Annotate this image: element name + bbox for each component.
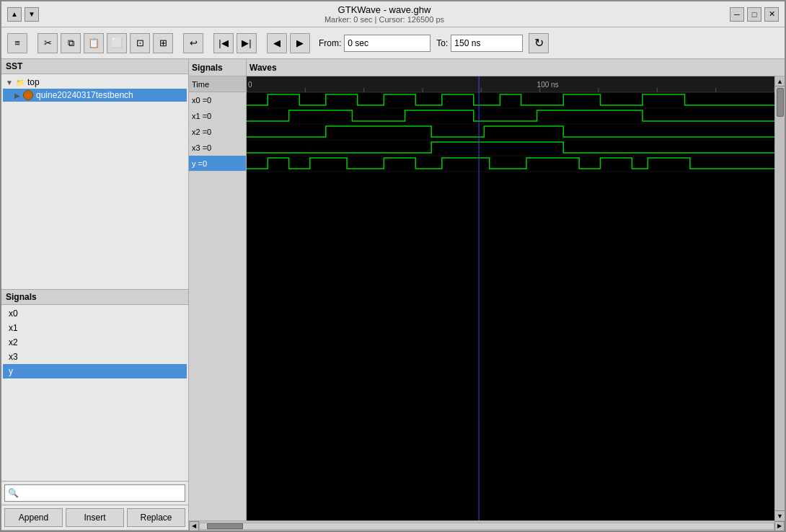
titlebar-left-controls: ▲ ▼ (7, 7, 39, 22)
zoom-region-btn[interactable]: ⊞ (153, 33, 173, 53)
paste-btn[interactable]: 📋 (84, 33, 104, 53)
prev-btn[interactable]: ◀ (267, 33, 287, 53)
waves-header: Signals Waves (189, 59, 785, 76)
search-input[interactable] (4, 484, 185, 502)
wave-signals-col: Time x0 =0 x1 =0 x2 =0 x3 =0 y =0 (189, 76, 247, 520)
wave-row-x0: x0 =0 (189, 92, 246, 108)
testbench-icon (23, 90, 33, 100)
to-input[interactable] (451, 35, 523, 52)
marker-info: Marker: 0 sec | Cursor: 126500 ps (39, 15, 730, 24)
scroll-thumb-h[interactable] (207, 523, 243, 529)
main-window: ▲ ▼ GTKWave - wave.ghw Marker: 0 sec | C… (0, 0, 786, 532)
signal-item-y[interactable]: y (3, 364, 187, 378)
sst-tree[interactable]: ▼ 📁 top ▶ quine20240317testbench (1, 74, 188, 287)
goto-end-btn[interactable]: ▶| (237, 33, 257, 53)
search-icon: 🔍 (8, 488, 19, 498)
app-title: GTKWave - wave.ghw (39, 4, 730, 15)
signal-item-x0[interactable]: x0 (3, 306, 187, 321)
select-all-btn[interactable]: ⬜ (107, 33, 127, 53)
insert-button[interactable]: Insert (66, 508, 124, 527)
next-btn[interactable]: ▶ (290, 33, 310, 53)
signal-item-x3[interactable]: x3 (3, 350, 187, 364)
signals-col-label: Signals (192, 63, 223, 73)
minimize-button[interactable]: ─ (730, 7, 744, 22)
tree-item-top-label: top (27, 77, 40, 87)
wave-canvas-area[interactable] (247, 76, 774, 520)
signal-item-x1[interactable]: x1 (3, 321, 187, 335)
wave-time-label: Time (189, 76, 246, 92)
signals-label: Signals (6, 292, 37, 302)
undo-btn[interactable]: ↩ (183, 33, 203, 53)
waves-signals-col-header: Signals (189, 59, 247, 76)
search-area: 🔍 (1, 481, 188, 505)
scroll-right-btn[interactable]: ▶ (774, 521, 785, 531)
titlebar-right-controls: ─ □ ✕ (730, 7, 779, 22)
expand-icon-2: ▶ (14, 92, 20, 99)
scroll-thumb-v[interactable] (777, 88, 784, 117)
horizontal-scrollbar[interactable]: ◀ ▶ (189, 520, 785, 531)
wave-main-row: Time x0 =0 x1 =0 x2 =0 x3 =0 y =0 ▲ (189, 76, 785, 520)
main-area: SST ▼ 📁 top ▶ quine20240317testbench (1, 59, 785, 531)
wave-row-y: y =0 (189, 156, 246, 172)
menu-btn[interactable]: ≡ (7, 33, 27, 53)
cut-btn[interactable]: ✂ (37, 33, 58, 53)
tree-item-top[interactable]: ▼ 📁 top (3, 76, 187, 89)
signals-header: Signals (1, 290, 188, 305)
waves-col-label: Waves (250, 63, 277, 73)
from-label: From: (319, 38, 341, 48)
wave-row-x3: x3 =0 (189, 140, 246, 156)
wave-row-x2: x2 =0 (189, 124, 246, 140)
maximize-button[interactable]: □ (747, 7, 761, 22)
to-label: To: (436, 38, 448, 48)
signal-item-x2[interactable]: x2 (3, 335, 187, 350)
wave-canvas[interactable] (247, 76, 774, 520)
goto-start-btn[interactable]: |◀ (213, 33, 234, 53)
close-button[interactable]: ✕ (764, 7, 779, 22)
scroll-track-h[interactable] (199, 523, 774, 530)
expand-icon: ▼ (6, 79, 13, 87)
sst-header: SST (1, 59, 188, 74)
titlebar: ▲ ▼ GTKWave - wave.ghw Marker: 0 sec | C… (1, 1, 785, 27)
action-buttons: Append Insert Replace (1, 505, 188, 530)
sst-label: SST (6, 61, 22, 71)
titlebar-down-btn[interactable]: ▼ (25, 7, 39, 22)
replace-button[interactable]: Replace (127, 508, 185, 527)
titlebar-up-btn[interactable]: ▲ (7, 7, 22, 22)
scroll-left-btn[interactable]: ◀ (189, 521, 199, 531)
zoom-fit-btn[interactable]: ⊡ (130, 33, 150, 53)
tree-item-testbench[interactable]: ▶ quine20240317testbench (3, 89, 187, 102)
wave-and-scroll: Time x0 =0 x1 =0 x2 =0 x3 =0 y =0 ▲ (189, 76, 785, 531)
toolbar: ≡ ✂ ⧉ 📋 ⬜ ⊡ ⊞ ↩ |◀ ▶| ◀ ▶ From: To: ↻ (1, 27, 785, 59)
titlebar-title: GTKWave - wave.ghw Marker: 0 sec | Curso… (39, 4, 730, 24)
left-panel: SST ▼ 📁 top ▶ quine20240317testbench (1, 59, 189, 531)
waves-label: Waves (247, 59, 785, 76)
append-button[interactable]: Append (4, 508, 63, 527)
scroll-down-btn[interactable]: ▼ (775, 510, 785, 520)
sst-panel: SST ▼ 📁 top ▶ quine20240317testbench (1, 59, 188, 290)
folder-icon: 📁 (16, 79, 25, 87)
copy-btn[interactable]: ⧉ (61, 33, 81, 53)
vertical-scrollbar[interactable]: ▲ ▼ (774, 76, 785, 520)
signals-list[interactable]: x0 x1 x2 x3 y (1, 305, 188, 481)
signals-panel: Signals x0 x1 x2 x3 y 🔍 Append (1, 290, 188, 531)
from-input[interactable] (344, 35, 430, 52)
wave-row-x1: x1 =0 (189, 108, 246, 124)
reload-btn[interactable]: ↻ (529, 33, 549, 53)
scroll-up-btn[interactable]: ▲ (775, 76, 785, 87)
right-panel: Signals Waves Time x0 =0 x1 =0 x2 =0 x3 … (189, 59, 785, 531)
tree-item-testbench-label: quine20240317testbench (36, 90, 133, 100)
